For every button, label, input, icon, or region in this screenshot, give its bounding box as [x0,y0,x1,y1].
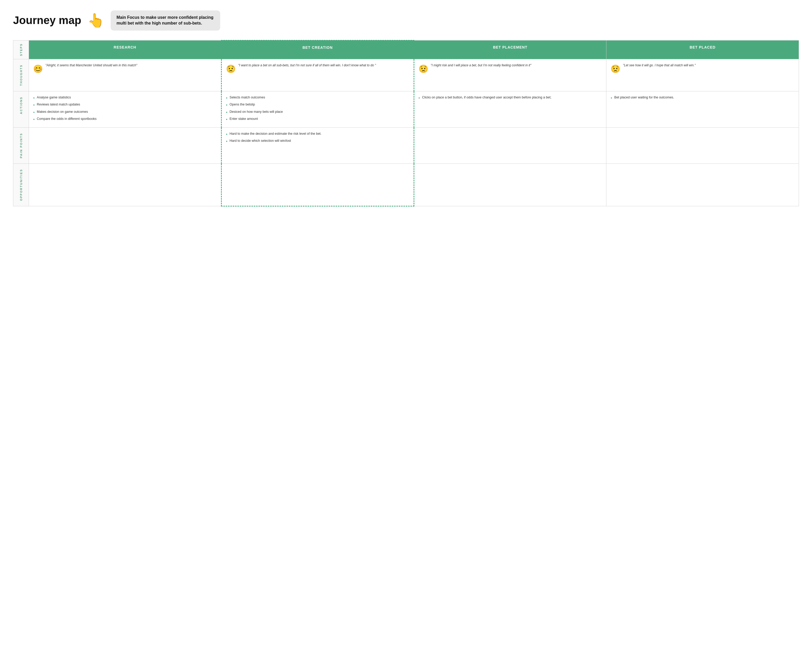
opportunities-label: OPPORTUNITIES [20,169,23,201]
header-focus-text: Main Focus to make user more confident p… [111,11,220,31]
thought-research-emoji: 😊 [33,63,43,75]
actions-bet-placed: ● Bet placed user waiting for the outcom… [606,91,799,127]
thought-bet-placement-inner: 😟 "I might risk and I will place a bet, … [418,63,602,75]
actions-bet-placement-list: ● Clicks on place a bet button, if odds … [418,95,602,100]
pain-bc-2: ● Hard to decide which selection will wi… [226,138,409,143]
thought-bet-placement-quote: "I might risk and I will place a bet, bu… [431,63,531,67]
thought-bet-placement: 😟 "I might risk and I will place a bet, … [414,59,606,91]
pain-bet-placed [606,127,799,164]
opportunities-row: OPPORTUNITIES [13,164,799,206]
step-bet-placed: BET PLACED [606,40,799,59]
actions-research-list: ● Analyse game statistics ● Reviews late… [33,95,217,121]
actions-bet-placed-list: ● Bet placed user waiting for the outcom… [611,95,795,100]
opportunities-label-cell: OPPORTUNITIES [13,164,29,206]
action-research-1: ● Analyse game statistics [33,95,217,100]
opp-bet-placed [606,164,799,206]
thoughts-label-cell: THOUGHTS [13,59,29,91]
step-bet-creation: BET CREATION [221,40,414,59]
pain-bc-1: ● Hard to make the decision and estimate… [226,132,409,136]
pain-research [29,127,221,164]
thought-research-quote: "Alright, it seems that Manchester Unite… [46,63,137,67]
action-research-4: ● Compare the odds in different sportboo… [33,116,217,121]
pain-points-label: PAIN POINTS [20,133,23,158]
opp-bet-placement [414,164,606,206]
pointing-icon: 👆 [87,12,104,29]
action-bp-1: ● Clicks on place a bet button, if odds … [418,95,602,100]
pain-bc-list: ● Hard to make the decision and estimate… [226,132,409,143]
thought-bet-placed-quote: "Let see how it will go. I hope that all… [623,63,696,67]
pain-bet-creation: ● Hard to make the decision and estimate… [221,127,414,164]
pain-points-label-cell: PAIN POINTS [13,127,29,164]
steps-row: STEPS RESEARCH BET CREATION BET PLACEMEN… [13,40,799,59]
thought-bet-placed-inner: 😟 "Let see how it will go. I hope that a… [611,63,795,75]
thought-bet-creation-quote: "I want to place a bet on all sub-bets, … [238,63,376,67]
thought-research-inner: 😊 "Alright, it seems that Manchester Uni… [33,63,217,75]
thought-bet-placed: 😟 "Let see how it will go. I hope that a… [606,59,799,91]
actions-bet-creation: ● Selects match outcomes ● Opens the bet… [221,91,414,127]
journey-table: STEPS RESEARCH BET CREATION BET PLACEMEN… [13,40,799,206]
thoughts-row: THOUGHTS 😊 "Alright, it seems that Manch… [13,59,799,91]
step-bet-placement: BET PLACEMENT [414,40,606,59]
pain-points-row: PAIN POINTS ● Hard to make the decision … [13,127,799,164]
thought-bet-creation-inner: 😟 "I want to place a bet on all sub-bets… [226,63,409,75]
action-bplaced-1: ● Bet placed user waiting for the outcom… [611,95,795,100]
actions-label-cell: ACTIONS [13,91,29,127]
action-research-3: ● Makes decision on game outcomes [33,109,217,114]
actions-research: ● Analyse game statistics ● Reviews late… [29,91,221,127]
action-research-2: ● Reviews latest match updates [33,102,217,107]
steps-label-cell: STEPS [13,40,29,59]
action-bc-2: ● Opens the betslip [226,102,409,107]
actions-bet-placement: ● Clicks on place a bet button, if odds … [414,91,606,127]
action-bc-4: ● Enter stake amount [226,116,409,121]
thought-bet-creation: 😟 "I want to place a bet on all sub-bets… [221,59,414,91]
thought-research: 😊 "Alright, it seems that Manchester Uni… [29,59,221,91]
action-bc-3: ● Desiced on how many bets will place [226,109,409,114]
thoughts-label: THOUGHTS [20,64,23,86]
step-research: RESEARCH [29,40,221,59]
steps-label: STEPS [20,43,23,56]
actions-bet-creation-list: ● Selects match outcomes ● Opens the bet… [226,95,409,121]
actions-row: ACTIONS ● Analyse game statistics ● Revi… [13,91,799,127]
actions-label: ACTIONS [20,96,23,114]
thought-bet-placement-emoji: 😟 [418,63,428,75]
header: Journey map 👆 Main Focus to make user mo… [13,11,799,31]
opp-bet-creation [221,164,414,206]
page-title: Journey map [13,14,81,27]
thought-bet-placed-emoji: 😟 [611,63,620,75]
opp-research [29,164,221,206]
pain-bet-placement [414,127,606,164]
action-bc-1: ● Selects match outcomes [226,95,409,100]
journey-map: STEPS RESEARCH BET CREATION BET PLACEMEN… [13,40,799,206]
thought-bet-creation-emoji: 😟 [226,63,236,75]
